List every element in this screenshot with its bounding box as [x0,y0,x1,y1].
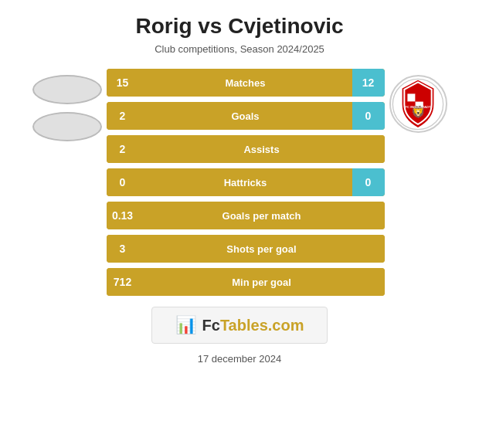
stat-left-value: 15 [107,69,139,97]
stats-section: 15Matches122Goals02Assists0Hattricks00.1… [8,69,471,296]
stat-row-goals: 2Goals0 [107,102,385,130]
right-team-badge: 🦁 FC INGOLSTADT 04 [389,75,447,133]
svg-text:04: 04 [416,109,420,113]
stat-label: Assists [139,135,385,163]
stat-left-value: 0.13 [107,202,139,229]
left-team-logo-2 [32,112,102,141]
stat-right-value: 0 [352,168,385,196]
stat-right-value: 12 [352,69,385,97]
watermark-text: FcTables.com [202,317,304,334]
stat-row-assists: 2Assists [107,135,385,163]
left-team-logo-1 [32,75,102,104]
stat-row-min-per-goal: 712Min per goal [107,268,385,296]
main-container: Rorig vs Cvjetinovic Club competitions, … [0,0,479,448]
stat-right-value: 0 [352,102,385,130]
club-badge-ingolstadt: 🦁 FC INGOLSTADT 04 [389,75,447,133]
stat-left-value: 0 [107,168,139,196]
match-subtitle: Club competitions, Season 2024/2025 [155,43,324,55]
svg-rect-1 [407,93,415,101]
stat-row-shots-per-goal: 3Shots per goal [107,235,385,263]
match-title: Rorig vs Cvjetinovic [135,14,343,39]
stat-row-goals-per-match: 0.13Goals per match [107,202,385,229]
stat-label: Matches [139,69,352,97]
stat-left-value: 712 [107,268,139,296]
stats-rows: 15Matches122Goals02Assists0Hattricks00.1… [107,69,385,296]
stat-left-value: 3 [107,235,139,263]
stat-label: Min per goal [139,268,385,296]
svg-rect-2 [416,93,423,101]
stat-label: Hattricks [139,168,352,196]
watermark-banner: 📊 FcTables.com [151,307,328,344]
stat-left-value: 2 [107,135,139,163]
stat-label: Goals [139,102,352,130]
footer-date: 17 december 2024 [198,353,281,365]
stat-label: Goals per match [139,202,385,229]
stat-row-matches: 15Matches12 [107,69,385,97]
watermark-icon: 📊 [175,315,196,335]
stat-row-hattricks: 0Hattricks0 [107,168,385,196]
stat-left-value: 2 [107,102,139,130]
stat-label: Shots per goal [139,235,385,263]
left-team-logos [32,75,102,141]
